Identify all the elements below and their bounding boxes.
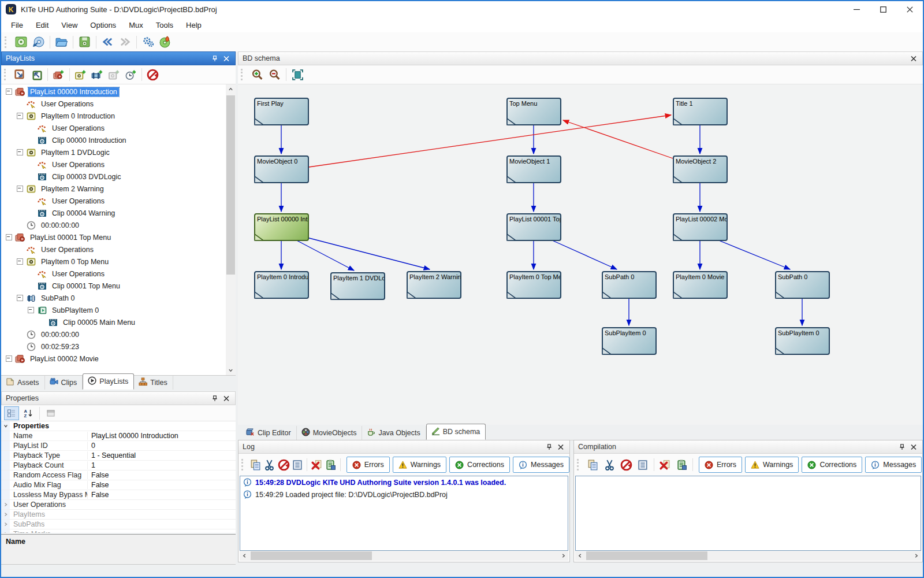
tree-item[interactable]: SubPath 0 — [1, 292, 226, 304]
tree-expander[interactable] — [6, 234, 12, 240]
property-value[interactable]: 1 — [88, 461, 236, 469]
property-category-row[interactable]: Properties — [1, 421, 236, 431]
tree-expander[interactable] — [17, 258, 23, 265]
property-group-row[interactable]: Time Marks — [1, 529, 236, 533]
tree-expander[interactable] — [28, 307, 34, 313]
pin-icon[interactable] — [210, 54, 219, 63]
schema-node-playitem-0-introduction[interactable]: PlayItem 0 Introduction — [254, 271, 309, 299]
add-timemark-icon[interactable] — [123, 67, 139, 83]
zoom-in-icon[interactable] — [249, 67, 265, 83]
compilation-warnings-filter-button[interactable]: Warnings — [745, 457, 799, 473]
tree-item[interactable]: PlayItem 1 DVDLogic — [1, 146, 226, 158]
tree-expander[interactable] — [6, 88, 12, 95]
toolbar-gripper[interactable] — [4, 69, 8, 80]
tree-item[interactable]: User Operations — [1, 243, 226, 255]
property-row[interactable]: Playback Count1 — [1, 461, 236, 470]
clear-filter-icon[interactable] — [277, 457, 290, 473]
scroll-thumb[interactable] — [226, 95, 235, 275]
close-icon[interactable] — [222, 54, 231, 63]
property-value[interactable]: False — [88, 491, 236, 499]
tree-item[interactable]: PlayList 00000 Introduction — [1, 86, 226, 98]
property-row[interactable]: Playback Type1 - Sequential — [1, 451, 236, 461]
log-messages-filter-button[interactable]: Messages — [513, 457, 569, 473]
save-icon[interactable] — [77, 34, 92, 50]
tree-expander[interactable] — [17, 186, 23, 192]
property-group-row[interactable]: PlayItems — [1, 510, 236, 520]
menu-view[interactable]: View — [55, 18, 84, 32]
property-row[interactable]: Random Access FlagFalse — [1, 470, 236, 480]
scroll-left-icon[interactable] — [575, 551, 585, 561]
log-corrections-filter-button[interactable]: Corrections — [449, 457, 510, 473]
schema-node-playlist-00001-top-menu[interactable]: PlayList 00001 Top Menu — [506, 213, 561, 241]
close-icon[interactable] — [222, 394, 231, 403]
tab-clip-editor[interactable]: Clip Editor — [241, 426, 297, 440]
tab-clips[interactable]: Clips — [45, 376, 83, 390]
open-disc-icon[interactable] — [31, 34, 46, 50]
word-wrap-icon[interactable] — [635, 457, 651, 473]
scroll-right-icon[interactable] — [911, 551, 921, 561]
schema-node-playlist-00002-movie[interactable]: PlayList 00002 Movie — [673, 213, 728, 241]
clear-log-icon[interactable] — [310, 457, 323, 473]
categorized-view-icon[interactable] — [4, 406, 19, 420]
toolbar-gripper[interactable] — [577, 459, 581, 470]
minimize-button[interactable] — [843, 1, 870, 17]
tree-item[interactable]: User Operations — [1, 268, 226, 280]
pin-icon[interactable] — [545, 442, 554, 451]
tree-item[interactable]: PlayList 00001 Top Menu — [1, 231, 226, 243]
compilation-hscrollbar[interactable] — [575, 551, 921, 561]
expand-chevron-icon[interactable] — [1, 529, 10, 533]
tree-item[interactable]: SubPlayItem 0 — [1, 304, 226, 316]
fit-to-screen-icon[interactable] — [290, 67, 305, 83]
log-message[interactable]: 15:49:29 Loaded project file: D:\DVDLogi… — [240, 488, 568, 501]
tree-item[interactable]: PlayItem 0 Top Menu — [1, 255, 226, 268]
schema-node-subpath-0[interactable]: SubPath 0 — [602, 271, 657, 299]
schema-node-playitem-0-top-menu[interactable]: PlayItem 0 Top Menu — [506, 271, 561, 299]
pin-icon[interactable] — [210, 394, 219, 403]
tree-item[interactable]: User Operations — [1, 98, 226, 110]
menu-options[interactable]: Options — [84, 18, 122, 32]
expand-chevron-icon[interactable] — [1, 510, 10, 519]
schema-node-playitem-1-dvdlogic[interactable]: PlayItem 1 DVDLogic — [330, 272, 385, 300]
close-button[interactable] — [896, 1, 923, 17]
cut-icon[interactable] — [602, 457, 617, 473]
schema-node-playitem-2-warning[interactable]: PlayItem 2 Warning — [407, 271, 461, 299]
log-hscrollbar[interactable] — [240, 551, 568, 561]
schema-node-top-menu[interactable]: Top Menu — [506, 98, 561, 125]
pin-icon[interactable] — [897, 442, 907, 451]
menu-edit[interactable]: Edit — [29, 18, 55, 32]
tree-item[interactable]: User Operations — [1, 158, 226, 171]
property-group-row[interactable]: SubPaths — [1, 520, 236, 529]
tree-item[interactable]: 00:02:59:23 — [1, 340, 226, 353]
property-row[interactable]: NamePlayList 00000 Introduction — [1, 431, 236, 441]
tab-movieobjects[interactable]: MovieObjects — [297, 426, 363, 440]
toolbar-gripper[interactable] — [241, 69, 245, 80]
property-group-row[interactable]: User Operations — [1, 500, 236, 510]
scroll-down-icon[interactable] — [226, 365, 236, 375]
save-log-icon[interactable] — [325, 457, 337, 473]
scroll-thumb[interactable] — [586, 551, 707, 560]
schema-node-playitem-0-movie[interactable]: PlayItem 0 Movie — [673, 271, 728, 299]
burn-disc-icon[interactable] — [158, 34, 173, 50]
maximize-button[interactable] — [870, 1, 896, 17]
clear-filter-icon[interactable] — [619, 457, 634, 473]
schema-node-subpath-0[interactable]: SubPath 0 — [775, 271, 830, 299]
property-row[interactable]: Audio Mix FlagFalse — [1, 480, 236, 490]
scroll-left-icon[interactable] — [240, 551, 249, 561]
save-log-icon[interactable] — [674, 457, 690, 473]
copy-icon[interactable] — [249, 457, 262, 473]
add-subpath-icon[interactable] — [90, 67, 105, 83]
alphabetical-sort-icon[interactable]: AZ — [21, 406, 36, 420]
close-icon[interactable] — [909, 54, 918, 63]
tab-java-objects[interactable]: Java Objects — [362, 426, 426, 440]
schema-node-subplayitem-0[interactable]: SubPlayItem 0 — [775, 327, 830, 355]
tree-item[interactable]: 00:00:00:00 — [1, 328, 226, 340]
tree-item[interactable]: User Operations — [1, 122, 226, 134]
schema-node-movieobject-2[interactable]: MovieObject 2 — [673, 155, 728, 183]
menu-tools[interactable]: Tools — [150, 18, 180, 32]
new-project-icon[interactable] — [13, 34, 29, 50]
close-icon[interactable] — [556, 442, 565, 451]
tree-expander[interactable] — [17, 113, 23, 119]
menu-mux[interactable]: Mux — [122, 18, 150, 32]
toolbar-gripper[interactable] — [5, 36, 9, 48]
open-folder-icon[interactable] — [54, 34, 69, 50]
